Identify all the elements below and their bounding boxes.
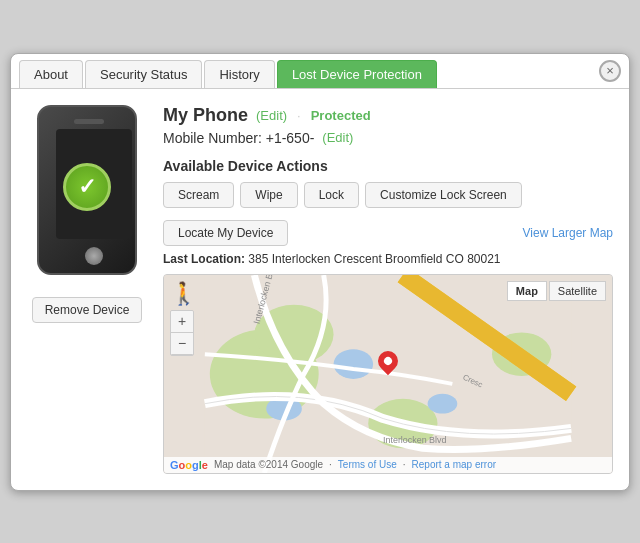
close-button[interactable]: ×	[599, 60, 621, 82]
last-location-label: Last Location:	[163, 252, 245, 266]
map-tab-satellite-button[interactable]: Satellite	[549, 281, 606, 301]
right-panel: My Phone (Edit) · Protected Mobile Numbe…	[163, 105, 613, 474]
left-panel: ✓ Remove Device	[27, 105, 147, 474]
map-container[interactable]: Interlocken Blvd Interlocken Blvd Cresc …	[163, 274, 613, 474]
locate-row: Locate My Device View Larger Map	[163, 220, 613, 246]
customize-lock-screen-button[interactable]: Customize Lock Screen	[365, 182, 522, 208]
map-terms-link[interactable]: Terms of Use	[338, 459, 397, 470]
map-background: Interlocken Blvd Interlocken Blvd Cresc …	[164, 275, 612, 473]
remove-device-button[interactable]: Remove Device	[32, 297, 143, 323]
svg-text:Interlocken Blvd: Interlocken Blvd	[383, 435, 446, 445]
map-zoom-in-button[interactable]: +	[171, 311, 193, 333]
mobile-number-row: Mobile Number: +1-650- (Edit)	[163, 130, 613, 146]
map-footer: Google Map data ©2014 Google · Terms of …	[164, 457, 612, 473]
phone-home-button	[85, 247, 103, 265]
last-location-address: 385 Interlocken Crescent Broomfield CO 8…	[248, 252, 500, 266]
map-separator-dot2: ·	[403, 459, 406, 470]
phone-speaker	[74, 119, 104, 124]
device-title-row: My Phone (Edit) · Protected	[163, 105, 613, 126]
checkmark-icon: ✓	[78, 174, 96, 200]
protection-status: Protected	[311, 108, 371, 123]
device-action-buttons: Scream Wipe Lock Customize Lock Screen	[163, 182, 613, 208]
phone-icon: ✓	[32, 105, 142, 285]
scream-button[interactable]: Scream	[163, 182, 234, 208]
tab-bar: About Security Status History Lost Devic…	[11, 54, 629, 89]
map-tab-map-button[interactable]: Map	[507, 281, 547, 301]
pin-dot	[382, 355, 393, 366]
device-name-edit-link[interactable]: (Edit)	[256, 108, 287, 123]
map-separator-dot: ·	[329, 459, 332, 470]
pegman-icon[interactable]: 🚶	[170, 281, 197, 307]
mobile-number-edit-link[interactable]: (Edit)	[322, 130, 353, 145]
title-separator: ·	[297, 108, 301, 123]
google-logo: Google	[170, 459, 208, 471]
device-name: My Phone	[163, 105, 248, 126]
svg-point-7	[428, 393, 458, 413]
view-larger-map-link[interactable]: View Larger Map	[523, 226, 614, 240]
available-actions-title: Available Device Actions	[163, 158, 613, 174]
main-window: × About Security Status History Lost Dev…	[10, 53, 630, 491]
map-zoom-controls: + −	[170, 310, 194, 356]
pin-head	[374, 346, 402, 374]
protected-badge: ✓	[63, 163, 111, 211]
mobile-number-label: Mobile Number: +1-650-	[163, 130, 314, 146]
last-location-row: Last Location: 385 Interlocken Crescent …	[163, 252, 613, 266]
svg-point-5	[334, 349, 374, 379]
map-zoom-out-button[interactable]: −	[171, 333, 193, 355]
content-area: ✓ Remove Device My Phone (Edit) · Protec…	[11, 89, 629, 490]
map-data-label: Map data ©2014 Google	[214, 459, 323, 470]
lock-button[interactable]: Lock	[304, 182, 359, 208]
map-location-pin	[378, 351, 398, 377]
map-type-controls: Map Satellite	[507, 281, 606, 301]
tab-lost-device-protection[interactable]: Lost Device Protection	[277, 60, 437, 88]
wipe-button[interactable]: Wipe	[240, 182, 297, 208]
tab-about[interactable]: About	[19, 60, 83, 88]
tab-history[interactable]: History	[204, 60, 274, 88]
close-icon: ×	[606, 63, 614, 78]
map-report-link[interactable]: Report a map error	[412, 459, 496, 470]
locate-device-button[interactable]: Locate My Device	[163, 220, 288, 246]
tab-security-status[interactable]: Security Status	[85, 60, 202, 88]
